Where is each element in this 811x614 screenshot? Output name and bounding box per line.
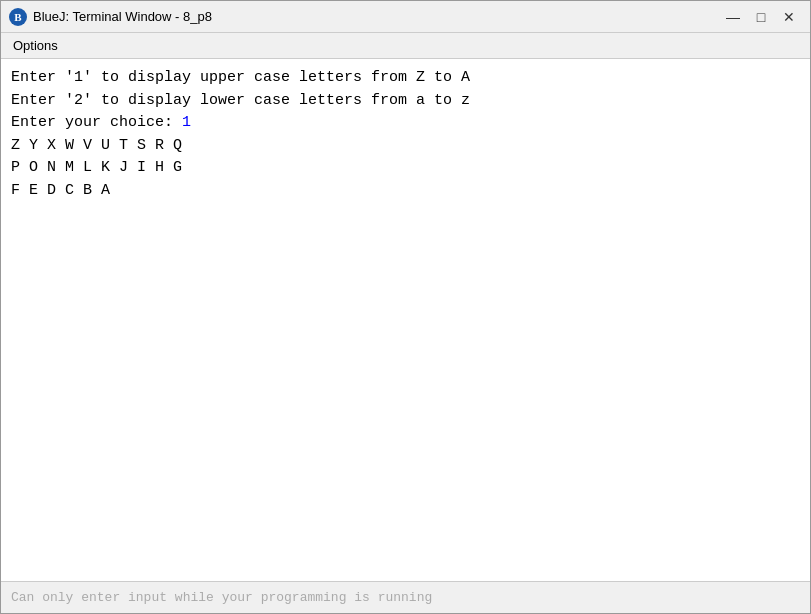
terminal-line-6: F E D C B A [11,180,800,203]
title-bar: B BlueJ: Terminal Window - 8_p8 — □ ✕ [1,1,810,33]
status-text: Can only enter input while your programm… [11,590,432,605]
maximize-button[interactable]: □ [748,6,774,28]
terminal-line-5: P O N M L K J I H G [11,157,800,180]
title-bar-left: B BlueJ: Terminal Window - 8_p8 [9,8,212,26]
status-bar: Can only enter input while your programm… [1,581,810,613]
minimize-button[interactable]: — [720,6,746,28]
close-button[interactable]: ✕ [776,6,802,28]
icon-letter: B [14,11,21,23]
user-input-value: 1 [182,114,191,131]
window-title: BlueJ: Terminal Window - 8_p8 [33,9,212,24]
menu-bar: Options [1,33,810,59]
terminal-window: B BlueJ: Terminal Window - 8_p8 — □ ✕ Op… [0,0,811,614]
terminal-line-1: Enter '1' to display upper case letters … [11,67,800,90]
terminal-line-4: Z Y X W V U T S R Q [11,135,800,158]
title-bar-controls: — □ ✕ [720,6,802,28]
bluej-icon: B [9,8,27,26]
terminal-line-2: Enter '2' to display lower case letters … [11,90,800,113]
terminal-output: Enter '1' to display upper case letters … [1,59,810,581]
options-menu[interactable]: Options [5,36,66,55]
terminal-line-3: Enter your choice: 1 [11,112,800,135]
